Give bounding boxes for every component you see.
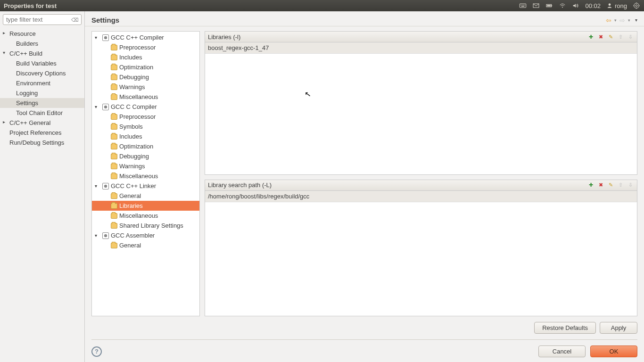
add-path-icon[interactable]: ✚: [587, 181, 594, 189]
sidebar-item[interactable]: Settings: [0, 98, 84, 108]
delete-library-icon[interactable]: ✖: [597, 33, 604, 41]
sidebar-item[interactable]: Builders: [0, 39, 84, 49]
tool-tree-label: Miscellaneous: [119, 93, 158, 100]
tool-tree-label: Debugging: [119, 74, 149, 81]
tool-tree-item[interactable]: Optimization: [92, 141, 199, 151]
battery-icon[interactable]: [545, 2, 553, 9]
tool-tree-item[interactable]: Preprocessor: [92, 112, 199, 122]
menu-icon[interactable]: ▾: [635, 17, 637, 23]
sidebar-item[interactable]: Build Variables: [0, 58, 84, 68]
cancel-button[interactable]: Cancel: [538, 346, 586, 357]
tool-tree-label: Symbols: [119, 123, 143, 130]
add-library-icon[interactable]: ✚: [587, 33, 594, 41]
folder-icon: [111, 74, 117, 80]
svg-point-12: [634, 3, 639, 8]
tool-tree-label: Shared Library Settings: [119, 222, 183, 229]
folder-icon: [111, 45, 117, 50]
window-title: Properties for test: [4, 2, 57, 9]
mail-icon[interactable]: [532, 2, 540, 9]
power-icon[interactable]: [633, 2, 640, 9]
tool-tree-label: Preprocessor: [119, 113, 156, 120]
back-menu-icon[interactable]: ▾: [614, 18, 617, 23]
ok-button[interactable]: OK: [590, 346, 637, 357]
forward-menu-icon[interactable]: ▾: [628, 18, 630, 23]
search-path-list[interactable]: /home/rong/boost/libs/regex/build/gcc: [205, 191, 637, 316]
sidebar-item[interactable]: Discovery Options: [0, 68, 84, 78]
tool-tree-item[interactable]: Shared Library Settings: [92, 221, 199, 230]
tool-tree-label: Miscellaneous: [119, 212, 158, 219]
volume-icon[interactable]: [572, 2, 579, 9]
tool-tree-item[interactable]: ▾GCC C++ Linker: [92, 181, 199, 191]
folder-icon: [111, 203, 117, 209]
sidebar-item[interactable]: Environment: [0, 78, 84, 88]
tool-tree-item[interactable]: Warnings: [92, 161, 199, 171]
tool-tree-item[interactable]: ▾GCC C Compiler: [92, 102, 199, 112]
sidebar-item[interactable]: Project References: [0, 128, 84, 138]
edit-path-icon[interactable]: ✎: [607, 181, 614, 189]
back-icon[interactable]: ⇦: [606, 16, 611, 24]
folder-icon: [111, 223, 117, 229]
search-path-panel: Library search path (-L) ✚ ✖ ✎ ⇧ ⇩ /home…: [205, 180, 637, 316]
user-menu[interactable]: rong: [606, 2, 627, 9]
tool-tree-item[interactable]: General: [92, 191, 199, 201]
tool-tree-item[interactable]: Miscellaneous: [92, 211, 199, 221]
tool-tree-item[interactable]: Includes: [92, 132, 199, 141]
folder-icon: [111, 243, 117, 248]
tool-tree-item[interactable]: Includes: [92, 52, 199, 62]
main-body: ▾GCC C++ CompilerPreprocessorIncludesOpt…: [85, 26, 644, 319]
tool-tree-item[interactable]: Debugging: [92, 72, 199, 82]
delete-path-icon[interactable]: ✖: [597, 181, 604, 189]
clear-filter-icon[interactable]: ⌫: [71, 16, 79, 23]
help-icon[interactable]: ?: [91, 346, 102, 357]
libraries-title: Libraries (-l): [208, 33, 240, 41]
edit-library-icon[interactable]: ✎: [607, 33, 614, 41]
folder-icon: [111, 154, 117, 159]
expand-arrow-icon[interactable]: ▾: [95, 183, 97, 189]
tool-tree-label: Optimization: [119, 64, 153, 71]
search-path-title: Library search path (-L): [208, 181, 272, 189]
move-down-path-icon: ⇩: [627, 181, 634, 189]
tool-tree-label: Includes: [119, 54, 142, 61]
tool-tree-item[interactable]: Debugging: [92, 151, 199, 161]
tool-tree-label: Miscellaneous: [119, 173, 158, 180]
library-row[interactable]: boost_regex-gcc-1_47: [205, 42, 637, 54]
filter-input[interactable]: [3, 14, 82, 25]
tool-tree-item[interactable]: Optimization: [92, 62, 199, 72]
sidebar-item[interactable]: C/C++ Build: [0, 49, 84, 58]
search-path-row[interactable]: /home/rong/boost/libs/regex/build/gcc: [205, 191, 637, 202]
tool-tree-item[interactable]: Preprocessor: [92, 42, 199, 52]
tool-tree-label: Warnings: [119, 163, 145, 170]
sidebar-item[interactable]: Tool Chain Editor: [0, 108, 84, 118]
sidebar-item[interactable]: Resource: [0, 29, 84, 39]
expand-arrow-icon[interactable]: ▾: [95, 104, 97, 109]
tool-tree-item[interactable]: Symbols: [92, 122, 199, 132]
clock-time[interactable]: 00:02: [585, 2, 601, 9]
tool-tree-item[interactable]: Libraries: [92, 201, 199, 211]
tool-tree-item[interactable]: ▾GCC Assembler: [92, 230, 199, 240]
sidebar-item[interactable]: Run/Debug Settings: [0, 138, 84, 148]
svg-rect-8: [552, 5, 552, 7]
keyboard-icon[interactable]: [519, 2, 527, 9]
wifi-icon[interactable]: [559, 2, 566, 9]
system-topbar: Properties for test 00:02 rong: [0, 0, 644, 11]
tool-tree-label: General: [119, 242, 141, 249]
tool-tree-label: Libraries: [119, 202, 143, 209]
expand-arrow-icon[interactable]: ▾: [95, 233, 97, 238]
libraries-panel: Libraries (-l) ✚ ✖ ✎ ⇧ ⇩ boost_regex-gcc…: [205, 31, 637, 175]
tool-tree-item[interactable]: Miscellaneous: [92, 171, 199, 181]
restore-defaults-button[interactable]: Restore Defaults: [534, 322, 596, 334]
tool-tree-label: Preprocessor: [119, 44, 156, 51]
category-tree: ResourceBuildersC/C++ BuildBuild Variabl…: [0, 28, 84, 362]
tool-tree-item[interactable]: ▾GCC C++ Compiler: [92, 33, 199, 42]
svg-rect-3: [523, 5, 524, 5]
sidebar-item[interactable]: C/C++ General: [0, 118, 84, 128]
sidebar-item[interactable]: Logging: [0, 88, 84, 98]
search-path-header: Library search path (-L) ✚ ✖ ✎ ⇧ ⇩: [205, 180, 637, 191]
dialog-bottom-bar: ? Cancel OK: [85, 342, 644, 362]
libraries-list[interactable]: boost_regex-gcc-1_47: [205, 42, 637, 174]
apply-button[interactable]: Apply: [600, 322, 637, 334]
tool-tree-item[interactable]: Warnings: [92, 82, 199, 92]
tool-tree-item[interactable]: Miscellaneous: [92, 92, 199, 102]
tool-tree-item[interactable]: General: [92, 240, 199, 250]
expand-arrow-icon[interactable]: ▾: [95, 35, 97, 40]
